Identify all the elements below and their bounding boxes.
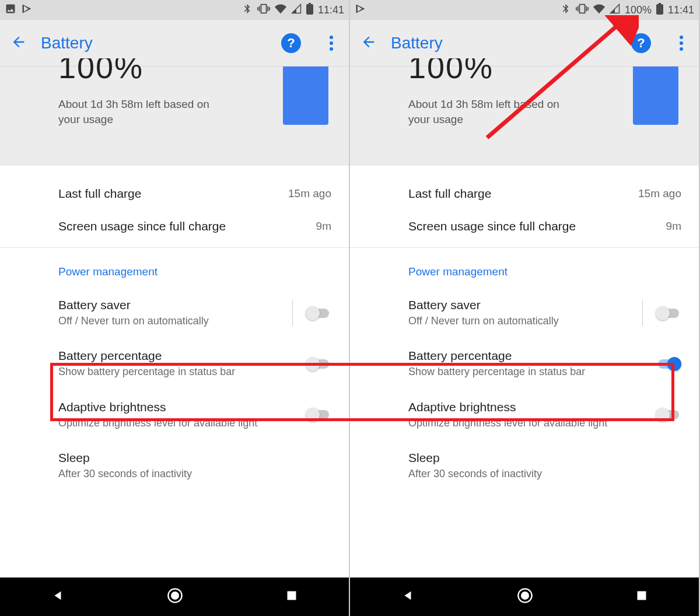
row-value: 15m ago	[288, 187, 331, 200]
screen-usage-row[interactable]: Screen usage since full charge 9m	[0, 210, 349, 243]
nav-recent-button[interactable]	[636, 590, 648, 604]
battery-percent-text: 100%	[625, 4, 652, 16]
row-label: Battery percentage	[408, 349, 656, 363]
battery-hero: 100% About 1d 3h 58m left based on your …	[350, 66, 699, 166]
play-icon	[21, 3, 33, 18]
sleep-row[interactable]: Sleep After 30 seconds of inactivity	[350, 440, 699, 491]
last-full-charge-row[interactable]: Last full charge 15m ago	[350, 177, 699, 210]
svg-point-1	[171, 592, 179, 600]
help-button[interactable]: ?	[631, 33, 651, 53]
settings-list: Last full charge 15m ago Screen usage si…	[350, 166, 699, 578]
battery-hero: 100% About 1d 3h 58m left based on your …	[0, 66, 349, 166]
statusbar: 11:41	[0, 0, 349, 20]
nav-back-button[interactable]	[51, 589, 64, 604]
row-label: Battery saver	[408, 298, 642, 312]
clock-text: 11:41	[668, 4, 694, 16]
row-sub: After 30 seconds of inactivity	[58, 467, 268, 481]
play-icon	[355, 3, 366, 18]
clock-text: 11:41	[318, 4, 344, 16]
phone-left: 11:41 Battery ? 100% About 1d 3h 58m lef…	[0, 0, 350, 616]
row-label: Adaptive brightness	[408, 400, 656, 414]
overflow-menu-button[interactable]	[674, 36, 688, 51]
battery-percentage-toggle[interactable]	[306, 357, 331, 371]
overflow-menu-button[interactable]	[324, 36, 338, 51]
adaptive-brightness-row[interactable]: Adaptive brightness Optimize brightness …	[0, 390, 349, 440]
settings-list: Last full charge 15m ago Screen usage si…	[0, 166, 349, 578]
row-sub: Optimize brightness level for available …	[408, 416, 618, 430]
nav-home-button[interactable]	[167, 587, 183, 606]
row-label: Last full charge	[408, 187, 491, 201]
row-sub: After 30 seconds of inactivity	[408, 467, 618, 481]
image-icon	[5, 3, 16, 18]
row-sub: Off / Never turn on automatically	[408, 314, 618, 328]
last-full-charge-row[interactable]: Last full charge 15m ago	[0, 177, 349, 210]
row-label: Screen usage since full charge	[408, 219, 576, 233]
screen-usage-row[interactable]: Screen usage since full charge 9m	[350, 210, 699, 243]
battery-saver-row[interactable]: Battery saver Off / Never turn on automa…	[350, 288, 699, 338]
page-title: Battery	[41, 34, 267, 52]
vibrate-icon	[576, 2, 589, 18]
row-label: Battery saver	[58, 298, 292, 312]
help-button[interactable]: ?	[281, 33, 301, 53]
sleep-row[interactable]: Sleep After 30 seconds of inactivity	[0, 440, 349, 491]
row-sub: Show battery percentage in status bar	[58, 365, 268, 379]
battery-icon	[656, 3, 663, 18]
row-value: 15m ago	[638, 187, 681, 200]
bluetooth-icon	[242, 4, 253, 17]
battery-percentage-row[interactable]: Battery percentage Show battery percenta…	[0, 338, 349, 389]
battery-chart-block	[633, 66, 678, 125]
adaptive-brightness-row[interactable]: Adaptive brightness Optimize brightness …	[350, 390, 699, 440]
row-label: Sleep	[58, 451, 331, 465]
nav-back-button[interactable]	[401, 589, 414, 604]
battery-chart-block	[283, 66, 328, 125]
row-sub: Optimize brightness level for available …	[58, 416, 268, 430]
battery-percentage-row[interactable]: Battery percentage Show battery percenta…	[350, 338, 699, 389]
phone-right: 100% 11:41 Battery ? 100% About 1d 3h 58…	[350, 0, 700, 616]
back-button[interactable]	[360, 34, 377, 52]
adaptive-brightness-toggle[interactable]	[656, 408, 681, 422]
section-title: Power management	[0, 248, 349, 288]
svg-rect-2	[288, 592, 296, 600]
row-sub: Show battery percentage in status bar	[408, 365, 618, 379]
vibrate-icon	[257, 2, 270, 18]
divider-vertical	[292, 300, 293, 326]
battery-estimate: About 1d 3h 58m left based on your usage	[408, 97, 583, 127]
wifi-icon	[275, 3, 286, 18]
nav-home-button[interactable]	[517, 587, 533, 606]
navbar	[350, 578, 699, 616]
battery-icon	[306, 3, 313, 18]
svg-point-4	[521, 592, 529, 600]
row-label: Sleep	[408, 451, 681, 465]
signal-icon	[291, 4, 302, 17]
statusbar: 100% 11:41	[350, 0, 699, 20]
back-button[interactable]	[10, 34, 27, 52]
battery-saver-toggle[interactable]	[656, 306, 681, 320]
battery-saver-row[interactable]: Battery saver Off / Never turn on automa…	[0, 288, 349, 338]
row-label: Adaptive brightness	[58, 400, 306, 414]
nav-recent-button[interactable]	[286, 590, 298, 604]
row-value: 9m	[666, 220, 681, 233]
svg-rect-5	[638, 592, 646, 600]
wifi-icon	[593, 3, 605, 18]
battery-estimate: About 1d 3h 58m left based on your usage	[58, 97, 233, 127]
row-label: Last full charge	[58, 187, 141, 201]
navbar	[0, 578, 349, 616]
page-title: Battery	[391, 34, 617, 52]
row-label: Battery percentage	[58, 349, 306, 363]
divider-vertical	[642, 300, 643, 326]
section-title: Power management	[350, 248, 699, 288]
row-value: 9m	[316, 220, 331, 233]
signal-icon	[610, 4, 620, 17]
bluetooth-icon	[561, 4, 571, 17]
row-sub: Off / Never turn on automatically	[58, 314, 268, 328]
row-label: Screen usage since full charge	[58, 219, 226, 233]
battery-saver-toggle[interactable]	[306, 306, 331, 320]
battery-percentage-toggle[interactable]	[656, 357, 681, 371]
adaptive-brightness-toggle[interactable]	[306, 408, 331, 422]
